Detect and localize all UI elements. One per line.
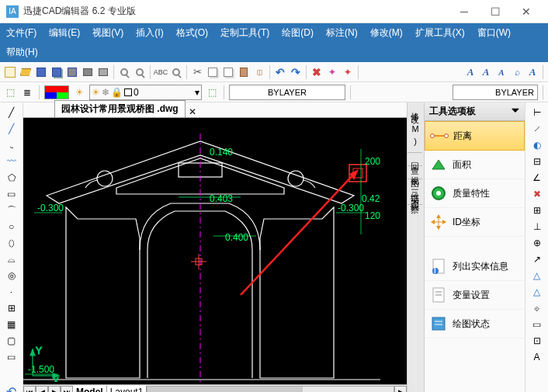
undo-icon[interactable]: ↶ bbox=[273, 65, 287, 79]
text-a2-icon[interactable]: A bbox=[479, 65, 493, 79]
sun-icon[interactable]: ☀ bbox=[72, 85, 86, 99]
text-a3-icon[interactable]: A bbox=[494, 65, 508, 79]
dim-tedit-icon[interactable]: ⟐ bbox=[530, 301, 544, 315]
close-tab-icon[interactable]: ✕ bbox=[186, 106, 199, 117]
boundary-tool-icon[interactable]: ▭ bbox=[5, 350, 19, 364]
export-icon[interactable] bbox=[65, 65, 79, 79]
region-tool-icon[interactable]: ▢ bbox=[5, 334, 19, 348]
menu-extend-tools[interactable]: 扩展工具(X) bbox=[409, 23, 471, 43]
menu-edit[interactable]: 编辑(E) bbox=[43, 23, 86, 43]
save-all-icon[interactable] bbox=[50, 65, 64, 79]
maximize-button[interactable]: ☐ bbox=[480, 1, 511, 23]
drawing-canvas[interactable]: 0.140 0.403 0.400 -0.300 -0.300 0.420 20… bbox=[23, 118, 407, 384]
line-tool-icon[interactable]: ╱ bbox=[5, 106, 19, 120]
print-preview-icon[interactable] bbox=[96, 65, 110, 79]
minimize-button[interactable]: ─ bbox=[449, 1, 480, 23]
hatch-tool-icon[interactable]: ▦ bbox=[5, 317, 19, 331]
menu-draw[interactable]: 绘图(D) bbox=[276, 23, 320, 43]
palette-item-status[interactable]: 绘图状态 bbox=[425, 310, 525, 338]
rtab-3dorbit[interactable]: 三维动态观察 bbox=[408, 179, 422, 205]
palette-item-massprop[interactable]: 质量特性 bbox=[425, 179, 525, 208]
rtab-modify[interactable]: 修改(M) bbox=[408, 102, 422, 153]
palette-item-setvar[interactable]: 变量设置 bbox=[425, 281, 525, 310]
scroll-next-icon[interactable]: ▶ bbox=[48, 386, 61, 393]
revcloud-tool-icon[interactable]: ↶ bbox=[5, 384, 19, 392]
menu-custom-tools[interactable]: 定制工具(T) bbox=[214, 23, 276, 43]
dim-aligned-icon[interactable]: ⟋ bbox=[530, 122, 544, 136]
text-a-icon[interactable]: A bbox=[463, 65, 477, 79]
close-button[interactable]: ✕ bbox=[511, 1, 542, 23]
model-tab[interactable]: Model bbox=[73, 386, 107, 393]
layer-icon[interactable]: ≣ bbox=[20, 85, 34, 99]
copy-icon[interactable] bbox=[206, 65, 220, 79]
linetype-selector[interactable] bbox=[229, 85, 345, 100]
dim-continue-icon[interactable]: ⊞ bbox=[530, 203, 544, 217]
zoom-window-icon[interactable] bbox=[133, 65, 147, 79]
dim-update-icon[interactable]: ⊡ bbox=[530, 334, 544, 348]
dim-linear-icon[interactable]: ⊢ bbox=[530, 106, 544, 120]
point-tool-icon[interactable]: · bbox=[5, 285, 19, 299]
copy-clip-icon[interactable] bbox=[221, 65, 235, 79]
tool-icon[interactable]: ✦ bbox=[341, 65, 355, 79]
palette-item-id[interactable]: ID坐标 bbox=[425, 208, 525, 237]
scroll-first-icon[interactable]: ⏮ bbox=[23, 386, 36, 393]
dim-style-icon[interactable]: ▭ bbox=[530, 317, 544, 331]
menu-format[interactable]: 格式(O) bbox=[170, 23, 214, 43]
new-file-icon[interactable] bbox=[3, 65, 17, 79]
palette-item-list[interactable]: i 列出实体信息 bbox=[425, 252, 525, 281]
dim-break-icon[interactable]: ⊟ bbox=[530, 154, 544, 168]
open-file-icon[interactable] bbox=[19, 65, 33, 79]
palette-menu-icon[interactable]: ⏷ bbox=[511, 105, 520, 118]
refresh-icon[interactable]: ✦ bbox=[325, 65, 339, 79]
spell-check-icon[interactable]: ABC bbox=[154, 65, 168, 79]
arc-tool-icon[interactable]: ⌒ bbox=[5, 203, 19, 217]
polygon-tool-icon[interactable]: ⬠ bbox=[5, 171, 19, 185]
scroll-right-icon[interactable]: ▶ bbox=[394, 386, 407, 393]
file-tab[interactable]: 园林设计常用景观桥图 .dwg bbox=[54, 100, 186, 117]
layer-manager-icon[interactable]: ⬚ bbox=[3, 85, 17, 99]
menu-insert[interactable]: 插入(I) bbox=[130, 23, 169, 43]
palette-item-area[interactable]: 面积 bbox=[425, 151, 525, 179]
arc2-tool-icon[interactable]: ⌓ bbox=[5, 252, 19, 266]
dim-override-icon[interactable]: A bbox=[530, 350, 544, 364]
ellipse-tool-icon[interactable]: ⬯ bbox=[5, 236, 19, 250]
text-a4-icon[interactable]: A bbox=[525, 65, 539, 79]
menu-help[interactable]: 帮助(H) bbox=[0, 43, 44, 62]
donut-tool-icon[interactable]: ◎ bbox=[5, 269, 19, 283]
layout1-tab[interactable]: Layout1 bbox=[107, 386, 147, 393]
dim-radius-icon[interactable]: ◐ bbox=[530, 138, 544, 152]
text-tool-icon[interactable]: ⌕ bbox=[510, 65, 524, 79]
menu-dimension[interactable]: 标注(N) bbox=[320, 23, 364, 43]
dim-center-icon[interactable]: ⊕ bbox=[530, 236, 544, 250]
palette-item-distance[interactable]: 距离 bbox=[425, 121, 525, 151]
circle-tool-icon[interactable]: ○ bbox=[5, 220, 19, 234]
xline-tool-icon[interactable]: ╱ bbox=[5, 122, 19, 136]
save-icon[interactable] bbox=[34, 65, 48, 79]
color-swatch[interactable] bbox=[44, 85, 69, 99]
scroll-last-icon[interactable]: ⏭ bbox=[61, 386, 73, 393]
find-icon[interactable] bbox=[117, 65, 131, 79]
print-icon[interactable] bbox=[81, 65, 95, 79]
rtab-view[interactable]: 视图 bbox=[408, 166, 422, 179]
find-text-icon[interactable] bbox=[169, 65, 183, 79]
menu-file[interactable]: 文件(F) bbox=[0, 23, 43, 43]
redo-icon[interactable]: ↷ bbox=[289, 65, 303, 79]
cut-icon[interactable]: ✂ bbox=[190, 65, 204, 79]
leader-icon[interactable]: ↗ bbox=[530, 252, 544, 266]
polyline-tool-icon[interactable]: ⦦ bbox=[5, 138, 19, 152]
dim-x-icon[interactable]: ✖ bbox=[530, 187, 544, 201]
tolerance-icon[interactable]: △ bbox=[530, 269, 544, 283]
lineweight-selector[interactable] bbox=[453, 85, 538, 100]
match-prop-icon[interactable]: ⎅ bbox=[252, 65, 266, 79]
dim-edit-icon[interactable]: △ bbox=[530, 285, 544, 299]
spline-tool-icon[interactable]: 〰 bbox=[5, 154, 19, 168]
menu-window[interactable]: 窗口(W) bbox=[471, 23, 517, 43]
layer-prev-icon[interactable]: ⬚ bbox=[205, 85, 219, 99]
scroll-thumb[interactable] bbox=[147, 387, 303, 393]
paste-icon[interactable] bbox=[237, 65, 251, 79]
horizontal-scrollbar[interactable]: ⏮ ◀ ▶ ⏭ Model Layout1 ▶ bbox=[23, 384, 407, 392]
menu-modify[interactable]: 修改(M) bbox=[364, 23, 409, 43]
rtab-review[interactable]: 回查 bbox=[408, 153, 422, 166]
menu-view[interactable]: 视图(V) bbox=[86, 23, 130, 43]
dim-ordinate-icon[interactable]: ⊥ bbox=[530, 220, 544, 234]
